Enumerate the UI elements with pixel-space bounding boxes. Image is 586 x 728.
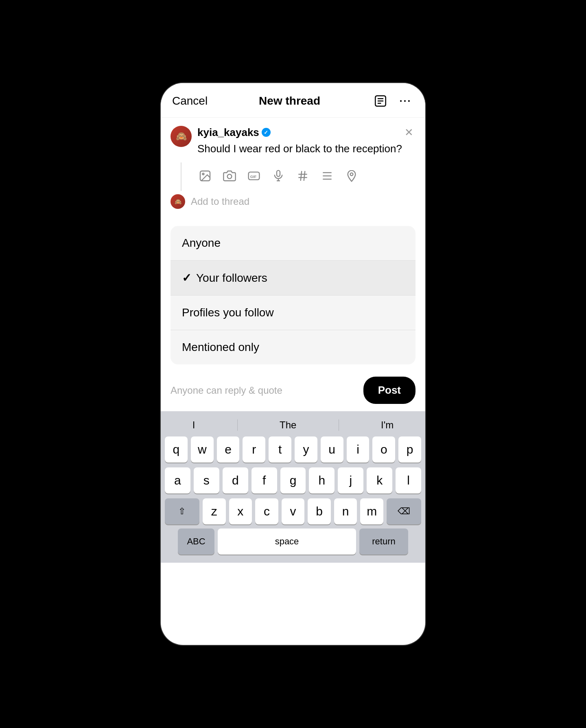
check-icon: ✓ — [182, 271, 191, 285]
key-j[interactable]: j — [338, 467, 363, 493]
username: kyia_kayaks — [197, 126, 259, 139]
suggestion-i[interactable]: I — [184, 419, 203, 431]
svg-line-12 — [301, 171, 302, 181]
draft-icon-button[interactable] — [372, 92, 389, 110]
key-row-1: q w e r t y u i o p — [165, 436, 421, 463]
key-h[interactable]: h — [309, 467, 335, 493]
key-row-3: ⇧ z x c v b n m ⌫ — [165, 498, 421, 524]
add-thread-row: 🙈 Add to thread — [171, 191, 415, 215]
post-content: kyia_kayaks ✓ ✕ Should I wear red or bla… — [197, 126, 415, 156]
post-button[interactable]: Post — [363, 377, 415, 404]
post-text[interactable]: Should I wear red or black to the recept… — [197, 141, 415, 156]
header-icons — [372, 92, 414, 110]
suggestion-the[interactable]: The — [271, 419, 304, 431]
return-key[interactable]: return — [359, 528, 408, 555]
thread-line-area: GIF — [171, 161, 415, 191]
cancel-button[interactable]: Cancel — [172, 94, 208, 107]
verified-badge: ✓ — [262, 128, 271, 137]
header: Cancel New thread — [161, 83, 425, 118]
thread-post: 🙈 kyia_kayaks ✓ ✕ Should I wear red or b… — [171, 126, 415, 156]
username-row: kyia_kayaks ✓ ✕ — [197, 126, 415, 139]
key-p[interactable]: p — [398, 436, 421, 463]
key-s[interactable]: s — [194, 467, 219, 493]
key-v[interactable]: v — [282, 498, 305, 524]
anyone-label: Anyone — [182, 237, 221, 250]
reply-hint: Anyone can reply & quote — [171, 385, 282, 396]
key-o[interactable]: o — [372, 436, 395, 463]
audience-mentioned[interactable]: Mentioned only — [171, 330, 415, 364]
key-b[interactable]: b — [308, 498, 331, 524]
thread-line — [181, 162, 181, 191]
key-n[interactable]: n — [334, 498, 357, 524]
svg-point-17 — [350, 173, 353, 176]
key-row-2: a s d f g h j k l — [165, 467, 421, 493]
draft-icon — [374, 94, 387, 108]
key-g[interactable]: g — [280, 467, 306, 493]
audience-profiles-follow[interactable]: Profiles you follow — [171, 296, 415, 330]
audience-anyone[interactable]: Anyone — [171, 226, 415, 261]
keyboard-suggestions: I The I'm — [163, 415, 423, 436]
add-thread-input[interactable]: Add to thread — [191, 196, 249, 207]
profiles-follow-label: Profiles you follow — [182, 306, 274, 319]
mic-icon-button[interactable] — [271, 168, 286, 184]
key-w[interactable]: w — [191, 436, 214, 463]
key-x[interactable]: x — [229, 498, 252, 524]
hashtag-icon-button[interactable] — [295, 168, 310, 184]
audience-dropdown: Anyone ✓ Your followers Profiles you fol… — [171, 226, 415, 364]
more-icon-button[interactable] — [396, 92, 414, 110]
thread-line-col — [171, 161, 192, 191]
key-u[interactable]: u — [321, 436, 343, 463]
svg-point-6 — [227, 174, 232, 179]
list-icon-button[interactable] — [319, 168, 335, 184]
shift-key[interactable]: ⇧ — [165, 498, 199, 524]
camera-icon-button[interactable] — [222, 168, 237, 184]
key-t[interactable]: t — [269, 436, 291, 463]
svg-text:GIF: GIF — [250, 175, 257, 179]
thread-area: 🙈 kyia_kayaks ✓ ✕ Should I wear red or b… — [161, 118, 425, 222]
delete-key[interactable]: ⌫ — [387, 498, 421, 524]
abc-key[interactable]: ABC — [178, 528, 214, 555]
avatar: 🙈 — [171, 126, 192, 147]
header-title: New thread — [259, 94, 320, 107]
phone-frame: Cancel New thread 🙈 — [161, 83, 425, 645]
suggestion-im[interactable]: I'm — [373, 419, 402, 431]
svg-point-5 — [202, 173, 204, 175]
audience-followers[interactable]: ✓ Your followers — [171, 261, 415, 296]
username-with-badge: kyia_kayaks ✓ — [197, 126, 271, 139]
key-r[interactable]: r — [243, 436, 265, 463]
key-z[interactable]: z — [203, 498, 226, 524]
svg-rect-9 — [277, 171, 280, 177]
svg-point-2 — [404, 100, 406, 102]
more-icon — [398, 94, 412, 108]
svg-point-3 — [408, 100, 410, 102]
keyboard-bottom-row: ABC space return — [163, 524, 423, 563]
svg-line-13 — [304, 171, 305, 181]
key-f[interactable]: f — [251, 467, 277, 493]
gif-icon-button[interactable]: GIF — [246, 168, 262, 184]
key-e[interactable]: e — [217, 436, 240, 463]
svg-point-1 — [400, 100, 402, 102]
key-y[interactable]: y — [295, 436, 317, 463]
media-toolbar: GIF — [197, 161, 359, 191]
image-icon-button[interactable] — [197, 168, 213, 184]
close-post-button[interactable]: ✕ — [402, 126, 415, 139]
location-icon-button[interactable] — [344, 168, 359, 184]
key-k[interactable]: k — [367, 467, 392, 493]
bottom-bar: Anyone can reply & quote Post — [161, 371, 425, 411]
mentioned-label: Mentioned only — [182, 341, 259, 354]
followers-label: Your followers — [196, 272, 267, 285]
keyboard: I The I'm q w e r t y u i o p a — [161, 411, 425, 563]
keyboard-rows: q w e r t y u i o p a s d f g h j k — [163, 436, 423, 524]
key-d[interactable]: d — [223, 467, 248, 493]
key-l[interactable]: l — [396, 467, 421, 493]
key-m[interactable]: m — [360, 498, 383, 524]
key-c[interactable]: c — [255, 498, 278, 524]
small-avatar: 🙈 — [171, 194, 185, 209]
key-a[interactable]: a — [165, 467, 190, 493]
space-key[interactable]: space — [218, 528, 356, 555]
key-q[interactable]: q — [165, 436, 188, 463]
key-i[interactable]: i — [347, 436, 370, 463]
